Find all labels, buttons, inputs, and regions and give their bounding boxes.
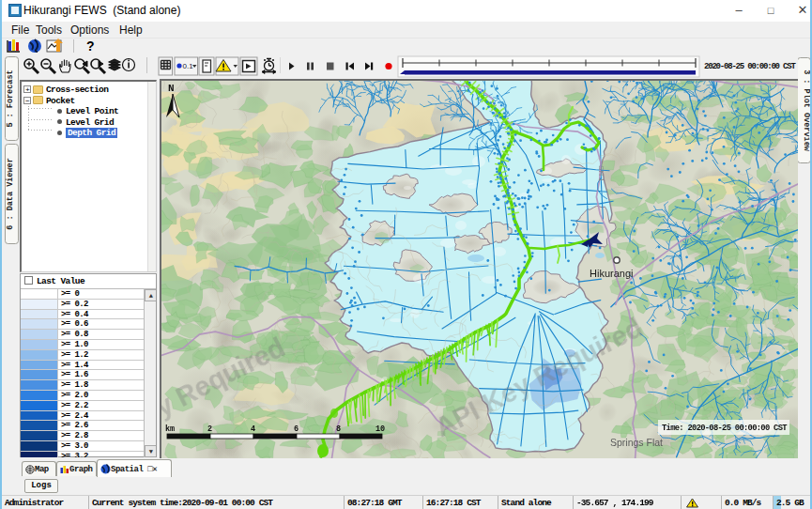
svg-text:Hikurangi: Hikurangi [590,268,633,279]
svg-text:6 : Data Viewer: 6 : Data Viewer [6,158,15,230]
svg-text:6: 6 [294,424,299,434]
svg-text:3 : Plot Overview: 3 : Plot Overview [802,69,811,152]
svg-text:SH 1: SH 1 [597,165,605,182]
svg-text:2: 2 [207,424,212,434]
svg-text:5 : Forecast: 5 : Forecast [6,69,15,127]
svg-text:0.1: 0.1 [183,62,194,70]
svg-text:8: 8 [336,424,341,434]
svg-text:N: N [168,83,175,94]
svg-text:10: 10 [375,424,385,434]
svg-text:2020-08-25 00:00:00 CST: 2020-08-25 00:00:00 CST [704,62,796,71]
svg-text:Time: 2020-08-25 00:00:00 CST: Time: 2020-08-25 00:00:00 CST [662,424,788,433]
svg-text:4: 4 [251,424,255,434]
svg-text:Springs Flat: Springs Flat [610,437,663,448]
svg-text:km: km [165,424,175,434]
